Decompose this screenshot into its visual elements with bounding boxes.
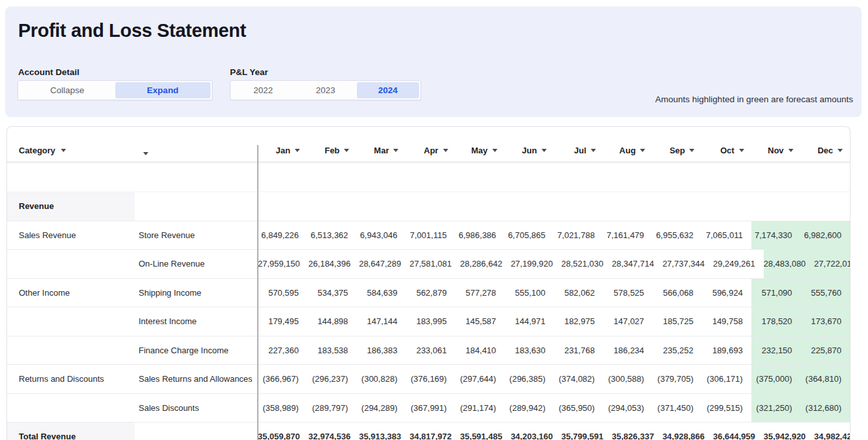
pl-year-label: P&L Year	[230, 67, 268, 77]
category-cell: Total Revenue	[7, 423, 135, 440]
category-label: Revenue	[19, 201, 54, 211]
value-cell: (300,588)	[603, 365, 652, 393]
column-header-apr[interactable]: Apr	[405, 146, 455, 155]
value-cell	[652, 192, 702, 221]
value-cell: 27,959,150	[258, 250, 308, 278]
chevron-down-icon	[443, 149, 448, 152]
value-cell: 185,725	[652, 307, 702, 336]
table-row: On-Line Revenue27,959,15026,184,39628,64…	[7, 250, 850, 279]
value-cell: 577,278	[455, 279, 505, 307]
value-cell: 34,982,420	[814, 423, 851, 440]
column-header-dec[interactable]: Dec	[801, 146, 850, 155]
value-cell: 26,184,396	[308, 250, 359, 278]
category-label: Sales Revenue	[19, 230, 76, 240]
chevron-down-icon	[295, 149, 300, 152]
value-cell: 36,644,959	[713, 423, 764, 440]
section-row: Revenue	[7, 192, 850, 221]
column-header-label: Oct	[720, 146, 735, 155]
value-cell: 534,375	[307, 279, 356, 307]
category-column-header[interactable]: Category	[7, 146, 135, 155]
value-cell: 183,995	[405, 307, 455, 336]
value-cell: 571,090	[751, 279, 801, 307]
year-2024-button[interactable]: 2024	[357, 82, 419, 98]
subcategory-label: Finance Charge Income	[139, 346, 229, 355]
total-row: Total Revenue35,059,87032,974,53635,913,…	[7, 423, 850, 440]
value-cell: 6,849,226	[258, 221, 307, 250]
column-header-label: May	[472, 146, 488, 155]
category-cell: Returns and Discounts	[7, 365, 135, 393]
value-cell: 28,347,714	[612, 250, 663, 278]
column-header-feb[interactable]: Feb	[307, 146, 356, 155]
value-cell: 7,174,330	[751, 221, 801, 250]
column-header-nov[interactable]: Nov	[751, 146, 801, 155]
category-cell	[7, 394, 135, 423]
value-cell: 570,595	[258, 279, 307, 307]
column-header-jan[interactable]: Jan	[258, 146, 307, 155]
subcategory-cell: Shipping Income	[135, 279, 258, 307]
spacer-row	[7, 162, 850, 192]
subcategory-label: On-Line Revenue	[139, 259, 205, 269]
value-cell: 182,975	[554, 307, 603, 336]
column-header-label: Jan	[276, 146, 290, 155]
table-body: RevenueSales RevenueStore Revenue6,849,2…	[7, 192, 850, 440]
table-row: Returns and DiscountsSales Returns and A…	[7, 365, 850, 394]
value-cell: 178,520	[751, 307, 801, 336]
value-cell: 7,065,011	[702, 221, 751, 250]
year-2022-button[interactable]: 2022	[232, 82, 294, 98]
value-cell	[405, 192, 455, 221]
column-header-mar[interactable]: Mar	[356, 146, 405, 155]
year-2023-button[interactable]: 2023	[294, 82, 356, 98]
value-cell: 34,203,160	[510, 423, 561, 440]
chevron-down-icon	[689, 149, 694, 152]
chevron-down-icon	[61, 149, 66, 152]
value-cell: 562,879	[405, 279, 455, 307]
value-cell: 6,982,600	[801, 221, 850, 250]
value-cell: 578,525	[603, 279, 652, 307]
category-cell	[7, 307, 135, 336]
value-cell: 149,758	[702, 307, 751, 336]
category-cell	[7, 250, 135, 278]
subcategory-cell: On-Line Revenue	[135, 250, 258, 278]
subcategory-label: Interest Income	[139, 316, 197, 326]
subcategory-column-header[interactable]	[135, 152, 258, 155]
subcategory-cell	[135, 423, 258, 440]
value-cell: 596,924	[702, 279, 751, 307]
subcategory-cell: Store Revenue	[135, 221, 258, 250]
subcategory-cell: Sales Returns and Allowances	[135, 365, 258, 393]
value-cell: 28,483,080	[764, 250, 814, 278]
column-header-oct[interactable]: Oct	[702, 146, 751, 155]
column-header-aug[interactable]: Aug	[603, 146, 652, 155]
report-page: Profit and Loss Statement Account Detail…	[0, 0, 868, 440]
value-cell: 34,928,866	[663, 423, 713, 440]
value-cell: 555,100	[505, 279, 554, 307]
column-header-sep[interactable]: Sep	[652, 146, 702, 155]
value-cell: 35,799,591	[561, 423, 611, 440]
value-cell: 584,639	[356, 279, 405, 307]
column-header-jul[interactable]: Jul	[554, 146, 603, 155]
column-header-jun[interactable]: Jun	[505, 146, 554, 155]
collapse-button[interactable]: Collapse	[19, 82, 115, 98]
column-header-label: Mar	[374, 146, 389, 155]
value-cell: 225,870	[801, 336, 850, 365]
value-cell: 7,001,115	[405, 221, 455, 250]
value-cell: 7,021,788	[554, 221, 603, 250]
value-cell: 27,199,920	[510, 250, 561, 278]
value-cell: 35,826,337	[612, 423, 663, 440]
chevron-down-icon	[739, 149, 744, 152]
expand-button[interactable]: Expand	[115, 82, 211, 98]
subcategory-cell	[135, 192, 258, 221]
value-cell	[356, 192, 405, 221]
column-header-label: Dec	[817, 146, 833, 155]
column-header-may[interactable]: May	[455, 146, 505, 155]
value-cell: 566,068	[652, 279, 702, 307]
value-cell: 6,986,386	[455, 221, 505, 250]
value-cell: 179,495	[258, 307, 307, 336]
value-cell: 184,410	[455, 336, 505, 365]
value-cell: 27,722,010	[814, 250, 851, 278]
subcategory-label: Sales Returns and Allowances	[139, 374, 253, 384]
category-cell	[7, 336, 135, 365]
value-cell: (312,680)	[801, 394, 850, 423]
chevron-down-icon	[788, 149, 794, 152]
value-cell: 186,383	[356, 336, 405, 365]
value-cell: (367,991)	[405, 394, 455, 423]
